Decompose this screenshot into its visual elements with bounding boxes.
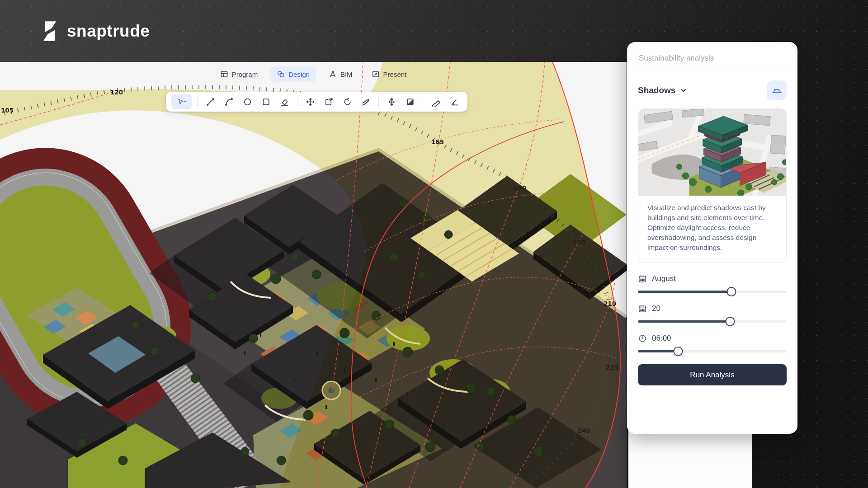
calendar-icon [638,274,647,283]
analysis-type-label: Shadows [638,85,675,95]
month-slider-group: August [638,274,787,293]
app-root: { "header": { "logo_text": "snaptrude" }… [0,0,868,488]
analysis-info-card: Visualize and predict shadows cast by bu… [638,108,787,263]
eraser-tool[interactable] [277,94,292,109]
tab-label: BIM [340,70,353,78]
angle-tool[interactable] [447,94,462,109]
angle-icon [450,97,459,107]
analysis-mode-row: Shadows [638,80,787,100]
time-slider-group: 06:00 [638,334,787,352]
analysis-description: Visualize and predict shadows cast by bu… [638,196,786,263]
snaptrude-logo-icon [40,20,60,42]
chevron-down-icon [680,87,687,94]
snaptrude-logo[interactable]: snaptrude [40,20,150,42]
line-icon [206,97,215,107]
circle-icon [243,97,252,107]
design-canvas[interactable]: 105120165180195210225240 Program Design … [0,62,627,488]
clock-icon [638,334,647,343]
month-slider-thumb[interactable] [727,287,736,296]
day-value: 20 [652,304,660,313]
circle-tool[interactable] [240,94,255,109]
duplicate-icon [324,97,334,107]
rotate-icon [343,97,352,107]
sun-dome-icon [771,85,783,96]
backdrop-card [628,427,752,488]
svg-text:120: 120 [110,89,123,96]
day-slider-group: 20 [638,304,787,323]
tab-label: Design [288,70,310,78]
toolbar-divider [423,96,423,107]
logo-text: snaptrude [67,22,150,41]
svg-text:180: 180 [514,184,526,192]
site-3d-view: 105120165180195210225240 [0,62,627,488]
move-tool[interactable] [302,94,318,109]
section-box-tool[interactable] [402,94,418,109]
tab-present[interactable]: Present [365,66,413,82]
month-value: August [652,274,676,283]
bim-icon [329,70,337,78]
toolbar-divider [378,96,379,107]
day-slider-thumb[interactable] [725,317,735,326]
duplicate-tool[interactable] [321,94,336,109]
svg-text:105: 105 [1,107,14,114]
tab-label: Program [232,70,258,78]
toolbar-divider [197,96,198,107]
arc-icon [224,97,234,107]
measure-tool[interactable] [428,94,443,109]
program-icon [220,70,228,78]
push-pull-tool[interactable] [384,94,399,109]
tab-label: Present [383,70,407,78]
svg-text:240: 240 [577,427,590,434]
arc-tool[interactable] [221,94,236,109]
rectangle-tool[interactable] [258,94,274,109]
svg-text:210: 210 [604,300,616,307]
tab-bim[interactable]: BIM [322,66,359,82]
rectangle-icon [261,97,271,107]
section-box-icon [406,97,415,107]
time-slider[interactable] [638,350,787,352]
present-icon [372,70,380,78]
design-icon [277,70,285,78]
day-slider[interactable] [638,320,787,323]
svg-text:195: 195 [573,239,585,246]
sustainability-panel: Sustainability analysis Shadows [627,42,797,434]
toolbar-divider [297,96,297,107]
offset-arrow-icon [361,97,371,107]
eraser-icon [280,97,289,107]
svg-text:225: 225 [606,364,618,371]
time-slider-thumb[interactable] [673,347,683,356]
offset-tool[interactable] [358,94,373,109]
ruler-icon [431,97,441,107]
shadows-mode-button[interactable] [767,80,787,100]
shadows-preview-image [638,109,786,196]
tab-program[interactable]: Program [214,66,264,82]
analysis-type-dropdown[interactable]: Shadows [638,85,687,95]
panel-title: Sustainability analysis [627,42,797,71]
mode-tabbar: Program Design BIM Present [0,66,627,82]
tab-design[interactable]: Design [270,66,316,82]
select-tool[interactable] [171,94,192,109]
cursor-icon [177,97,187,107]
rotate-tool[interactable] [340,94,355,109]
move-icon [306,97,315,107]
calendar-icon [638,304,647,313]
time-value: 06:00 [652,334,671,343]
line-tool[interactable] [203,94,218,109]
svg-text:165: 165 [431,138,444,145]
drawing-toolbar [166,92,467,112]
push-pull-icon [387,97,396,107]
month-slider[interactable] [638,291,787,293]
run-analysis-button[interactable]: Run Analysis [638,364,787,385]
